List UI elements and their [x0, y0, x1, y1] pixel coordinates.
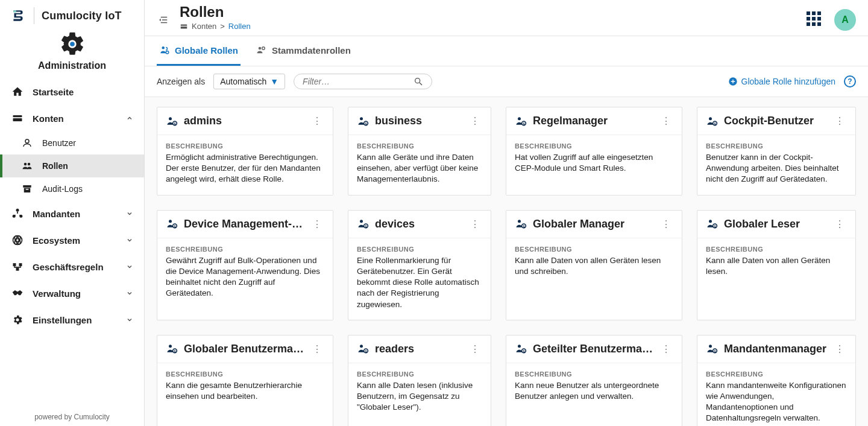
role-card-menu-button[interactable]: ⋮	[659, 343, 673, 355]
svg-point-27	[262, 47, 265, 50]
role-card-title: Cockpit-Benutzer	[724, 115, 826, 127]
sidebar-item-label: Konten	[33, 113, 118, 124]
role-card-menu-button[interactable]: ⋮	[468, 218, 482, 230]
user-avatar-button[interactable]: A	[834, 9, 856, 31]
help-button[interactable]: ?	[844, 75, 856, 87]
role-card-menu-button[interactable]: ⋮	[310, 343, 324, 355]
sidebar-item-label: Einstellungen	[33, 315, 118, 325]
role-card-head: Cockpit-Benutzer⋮	[697, 107, 855, 135]
role-card-title: devices	[375, 218, 462, 230]
sidebar-sub-audit[interactable]: Audit-Logs	[0, 177, 144, 200]
svg-point-26	[259, 47, 262, 50]
toolbar: Anzeigen als Automatisch ▼ Globale Rolle…	[145, 66, 868, 97]
breadcrumb-icon	[180, 22, 188, 31]
role-tab-icon	[159, 45, 170, 56]
role-card[interactable]: Cockpit-Benutzer⋮BESCHREIBUNGBenutzer ka…	[697, 107, 856, 196]
role-card-head: Globaler Benutzerma…⋮	[157, 335, 333, 363]
role-card-menu-button[interactable]: ⋮	[659, 115, 673, 127]
role-icon	[166, 218, 178, 230]
svg-rect-17	[19, 263, 22, 266]
filter-input[interactable]	[303, 77, 414, 86]
svg-point-31	[169, 117, 172, 120]
role-card[interactable]: Mandantenmanager⋮BESCHREIBUNGKann mandan…	[697, 335, 856, 426]
sidebar-sub-rollen[interactable]: Rollen	[0, 154, 144, 177]
sidebar-item-geschaeftsregeln[interactable]: Geschäftsregeln	[0, 253, 144, 280]
search-icon[interactable]	[414, 77, 423, 86]
breadcrumb-root[interactable]: Konten	[192, 22, 216, 31]
role-card-menu-button[interactable]: ⋮	[832, 115, 847, 127]
svg-rect-2	[13, 118, 22, 121]
sidebar-item-ecosystem[interactable]: Ecosystem	[0, 227, 144, 253]
role-card[interactable]: business⋮BESCHREIBUNGKann alle Geräte un…	[348, 107, 491, 196]
svg-rect-6	[23, 185, 31, 188]
archive-icon	[20, 183, 34, 194]
add-global-role-button[interactable]: Globale Rolle hinzufügen	[728, 77, 835, 86]
breadcrumb-separator: >	[220, 22, 225, 31]
display-as-label: Anzeigen als	[157, 77, 205, 86]
app-switcher-button[interactable]	[807, 11, 823, 28]
role-card-section-label: BESCHREIBUNG	[706, 246, 847, 253]
sidebar-item-einstellungen[interactable]: Einstellungen	[0, 307, 144, 333]
role-card-menu-button[interactable]: ⋮	[310, 218, 324, 230]
role-card-section-label: BESCHREIBUNG	[357, 142, 482, 150]
role-card[interactable]: Globaler Benutzerma…⋮BESCHREIBUNGKann di…	[157, 335, 333, 426]
tab-globale-rollen[interactable]: Globale Rollen	[157, 36, 241, 66]
role-card[interactable]: Geteilter Benutzerma…⋮BESCHREIBUNGKann n…	[506, 335, 682, 426]
role-card-body: BESCHREIBUNGKann alle Geräte und ihre Da…	[348, 135, 491, 195]
role-card-section-label: BESCHREIBUNG	[357, 370, 482, 378]
svg-point-49	[360, 345, 363, 348]
role-card[interactable]: Device Management-…⋮BESCHREIBUNGGewährt …	[157, 210, 333, 320]
breadcrumb-current: Rollen	[228, 22, 251, 31]
role-card-section-label: BESCHREIBUNG	[166, 370, 324, 378]
sidebar-item-verwaltung[interactable]: Verwaltung	[0, 280, 144, 307]
role-card-head: business⋮	[348, 107, 491, 135]
role-card-title: Globaler Benutzerma…	[184, 343, 304, 355]
role-card-description: Gewährt Zugriff auf Bulk-Operationen und…	[166, 255, 324, 299]
role-card-head: Geteilter Benutzerma…⋮	[506, 335, 682, 363]
display-mode-select[interactable]: Automatisch ▼	[213, 74, 285, 89]
accounts-icon	[11, 112, 24, 124]
role-card[interactable]: readers⋮BESCHREIBUNGKann alle Daten lese…	[348, 335, 491, 426]
svg-point-24	[162, 46, 165, 49]
svg-point-51	[518, 345, 521, 348]
sidebar-item-mandanten[interactable]: Mandanten	[0, 200, 144, 227]
sidebar: Cumulocity IoT Administration Startseite…	[0, 0, 145, 426]
add-role-label: Globale Rolle hinzufügen	[741, 77, 835, 86]
role-card-head: Mandantenmanager⋮	[697, 335, 855, 363]
role-card-menu-button[interactable]: ⋮	[468, 343, 482, 355]
role-card-menu-button[interactable]: ⋮	[832, 343, 847, 355]
role-card-section-label: BESCHREIBUNG	[706, 142, 847, 150]
role-card[interactable]: Globaler Manager⋮BESCHREIBUNGKann alle D…	[506, 210, 682, 320]
topbar: Rollen Konten > Rollen A	[145, 0, 868, 36]
role-card-description: Kann alle Daten von allen Geräten lesen …	[515, 255, 673, 277]
svg-rect-1	[13, 115, 22, 117]
sidebar-item-startseite[interactable]: Startseite	[0, 78, 144, 105]
role-card-head: Device Management-…⋮	[157, 211, 333, 238]
role-card-description: Eine Rollenmarkierung für Gerätebenutzer…	[357, 255, 482, 310]
role-card-menu-button[interactable]: ⋮	[832, 218, 847, 230]
tab-stammdatenrollen[interactable]: Stammdatenrollen	[254, 36, 353, 66]
users-icon	[20, 161, 34, 171]
role-card[interactable]: Regelmanager⋮BESCHREIBUNGHat vollen Zugr…	[506, 107, 682, 196]
svg-rect-8	[26, 189, 29, 190]
role-card-section-label: BESCHREIBUNG	[357, 246, 482, 253]
svg-point-25	[166, 51, 169, 54]
sidebar-sub-benutzer[interactable]: Benutzer	[0, 132, 144, 154]
svg-point-53	[709, 345, 712, 348]
svg-point-41	[360, 220, 363, 223]
sidebar-item-label: Ecosystem	[33, 235, 118, 246]
sidebar-sub-label: Benutzer	[42, 138, 76, 148]
sidebar-item-konten[interactable]: Konten	[0, 105, 144, 132]
role-card-menu-button[interactable]: ⋮	[659, 218, 673, 230]
settings-icon	[11, 314, 24, 326]
filter-box[interactable]	[294, 74, 432, 89]
chevron-down-icon	[126, 237, 133, 244]
role-card[interactable]: Globaler Leser⋮BESCHREIBUNGKann alle Dat…	[697, 210, 856, 320]
collapse-sidebar-button[interactable]	[157, 13, 171, 27]
role-card[interactable]: devices⋮BESCHREIBUNGEine Rollenmarkierun…	[348, 210, 491, 320]
tabs: Globale Rollen Stammdatenrollen	[145, 36, 868, 66]
role-card[interactable]: admins⋮BESCHREIBUNGErmöglicht administra…	[157, 107, 333, 196]
role-card-menu-button[interactable]: ⋮	[310, 115, 324, 127]
chevron-down-icon	[126, 210, 133, 217]
role-card-menu-button[interactable]: ⋮	[468, 115, 482, 127]
